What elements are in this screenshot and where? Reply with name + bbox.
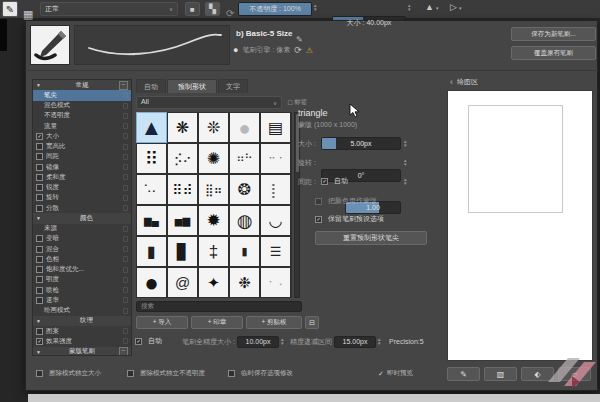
- preserve-settings-checkbox[interactable]: [315, 216, 322, 223]
- sidebar-item-2[interactable]: 混色模式: [33, 101, 131, 111]
- brush-tip-cell-28[interactable]: ❉: [230, 268, 259, 297]
- reset-tip-button[interactable]: 重置预制形状笔尖: [315, 231, 427, 245]
- sidebar-item-16[interactable]: 混合: [33, 244, 131, 254]
- sidebar-item-18[interactable]: 饱和度优先...: [33, 265, 131, 275]
- brush-tip-cell-2[interactable]: ❊: [199, 113, 228, 142]
- brush-tip-cell-23[interactable]: ▮: [230, 237, 259, 266]
- sidebar-item-12[interactable]: 分散: [33, 203, 131, 213]
- sidebar-item-11[interactable]: 旋转: [33, 193, 131, 203]
- sidebar-item-3[interactable]: 不透明度: [33, 111, 131, 121]
- sidebar-item-6[interactable]: 宽高比: [33, 142, 131, 152]
- eraser-opacity-checkbox[interactable]: [127, 370, 134, 377]
- brush-tip-cell-13[interactable]: ❂: [230, 175, 259, 204]
- sidebar-item-21[interactable]: 速率: [33, 295, 131, 305]
- option-checkbox[interactable]: [36, 133, 43, 140]
- collapse-section-button[interactable]: −: [119, 81, 128, 90]
- brush-tip-cell-29[interactable]: ⠂⠠: [261, 268, 290, 297]
- sidebar-section-23[interactable]: ▼纹理: [33, 316, 131, 326]
- preserve-alpha-button[interactable]: ▚: [205, 2, 220, 16]
- brush-tip-cell-15[interactable]: ▆▄: [137, 206, 166, 235]
- option-checkbox[interactable]: [36, 205, 43, 212]
- brush-tip-cell-21[interactable]: ▊: [168, 237, 197, 266]
- sidebar-item-1[interactable]: 笔尖: [33, 90, 131, 100]
- mirror-tool-button[interactable]: ▲ ▾: [425, 3, 438, 12]
- sidebar-item-5[interactable]: 大小: [33, 131, 131, 141]
- brush-tip-cell-9[interactable]: ⠒⠐: [261, 144, 290, 173]
- blend-mode-dropdown[interactable]: 正常 ∨: [40, 2, 178, 16]
- tip-rotation-spinner[interactable]: ▴▾: [404, 158, 407, 166]
- tab-text[interactable]: 文字: [218, 79, 248, 93]
- option-checkbox[interactable]: [36, 153, 43, 160]
- eraser-mode-button[interactable]: ◆: [185, 2, 200, 16]
- brush-tip-cell-25[interactable]: ●: [137, 268, 166, 297]
- search-input[interactable]: 搜索: [136, 301, 302, 312]
- temp-save-checkbox[interactable]: [228, 370, 235, 377]
- option-checkbox[interactable]: [36, 256, 43, 263]
- delete-tip-button[interactable]: ⊟: [305, 316, 319, 329]
- eraser-opacity-option[interactable]: 擦除模式独立不透明度: [127, 369, 205, 378]
- sidebar-item-4[interactable]: 流量: [33, 121, 131, 131]
- brush-tip-cell-6[interactable]: ⡪⠔: [168, 144, 197, 173]
- brush-tip-cell-12[interactable]: ⣿⠶: [199, 175, 228, 204]
- sidebar-item-10[interactable]: 锐度: [33, 183, 131, 193]
- color-mask-checkbox[interactable]: [315, 198, 322, 205]
- option-checkbox[interactable]: [36, 194, 43, 201]
- rename-preset-button[interactable]: ✎: [296, 28, 303, 46]
- sidebar-item-25[interactable]: 效果强度: [33, 336, 131, 346]
- option-checkbox[interactable]: [36, 164, 43, 171]
- import-button[interactable]: + 导入: [136, 316, 188, 329]
- sidebar-item-17[interactable]: 色相: [33, 254, 131, 264]
- sidebar-item-8[interactable]: 镜像: [33, 162, 131, 172]
- instant-preview-option[interactable]: ✓ 即时预览: [378, 369, 413, 378]
- brush-tip-cell-20[interactable]: ▮: [137, 237, 166, 266]
- reload-preset-button[interactable]: ⟳: [226, 3, 234, 21]
- brush-tip-cell-11[interactable]: ⠿⠾: [168, 175, 197, 204]
- sidebar-item-9[interactable]: 柔和度: [33, 172, 131, 182]
- sidebar-item-7[interactable]: 间距: [33, 152, 131, 162]
- brush-tip-cell-14[interactable]: ⡇: [261, 175, 290, 204]
- fade-spinner[interactable]: ▴▾: [378, 337, 381, 345]
- brush-tip-cell-3[interactable]: ●: [230, 113, 259, 142]
- collapse-scratchpad-icon[interactable]: ‹: [450, 77, 453, 87]
- reload-engine-icon[interactable]: ⟳: [294, 46, 302, 55]
- tip-spacing-spinner[interactable]: ▴▾: [404, 177, 407, 185]
- save-new-preset-button[interactable]: 保存为新笔刷...: [511, 27, 596, 41]
- option-checkbox[interactable]: [36, 287, 43, 294]
- tip-size-spinner[interactable]: ▴▾: [404, 139, 407, 147]
- sidebar-item-14[interactable]: 来源: [33, 224, 131, 234]
- sidebar-item-24[interactable]: 图案: [33, 326, 131, 336]
- brush-tip-cell-8[interactable]: ⠶⠓: [230, 144, 259, 173]
- option-checkbox[interactable]: [36, 143, 43, 150]
- size-spinner[interactable]: ▴▾: [408, 3, 411, 11]
- full-size-field[interactable]: 10.00px: [237, 336, 279, 348]
- tag-toggle-button[interactable]: □ 标签: [288, 98, 307, 107]
- brush-tip-cell-0[interactable]: ▲: [137, 113, 166, 142]
- option-checkbox[interactable]: [36, 266, 43, 273]
- brush-tip-cell-26[interactable]: @: [168, 268, 197, 297]
- sidebar-item-22[interactable]: 绘画模式: [33, 306, 131, 316]
- option-checkbox[interactable]: [36, 246, 43, 253]
- sidebar-section-13[interactable]: ▼颜色: [33, 213, 131, 223]
- sidebar-item-19[interactable]: 明度: [33, 275, 131, 285]
- spacing-auto-checkbox[interactable]: [321, 178, 328, 185]
- brush-tip-cell-22[interactable]: ‡: [199, 237, 228, 266]
- option-checkbox[interactable]: [36, 235, 43, 242]
- option-checkbox[interactable]: [36, 328, 43, 335]
- option-checkbox[interactable]: [36, 338, 43, 345]
- brush-tip-cell-24[interactable]: ☰: [261, 237, 290, 266]
- collapse-section-button[interactable]: −: [119, 347, 128, 356]
- scratchpad-canvas[interactable]: [447, 90, 593, 361]
- tip-size-slider[interactable]: 5.00px: [321, 137, 401, 150]
- stamp-button[interactable]: + 印章: [191, 316, 243, 329]
- sidebar-item-20[interactable]: 喷枪: [33, 285, 131, 295]
- option-checkbox[interactable]: [36, 276, 43, 283]
- tab-auto[interactable]: 自动: [136, 79, 166, 93]
- temp-save-option[interactable]: 临时保存选项修改: [228, 369, 293, 378]
- option-checkbox[interactable]: [36, 184, 43, 191]
- brush-tip-cell-4[interactable]: ▤: [261, 113, 290, 142]
- brush-tip-cell-7[interactable]: ✺: [199, 144, 228, 173]
- brush-tip-cell-10[interactable]: ⠡⠄: [137, 175, 166, 204]
- clipboard-button[interactable]: + 剪贴板: [246, 316, 302, 329]
- full-size-spinner[interactable]: ▴▾: [281, 337, 284, 345]
- scratchpad-paint-button[interactable]: ✎: [447, 367, 480, 381]
